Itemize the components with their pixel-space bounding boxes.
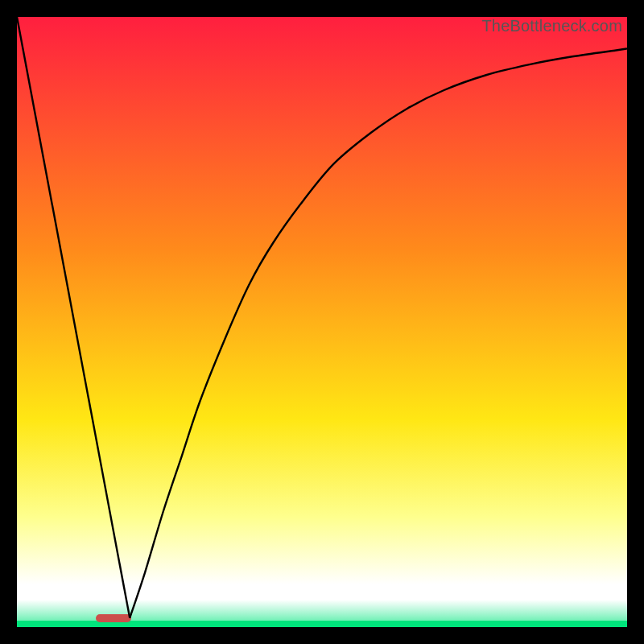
curve-right: [130, 48, 627, 617]
outer-frame: TheBottleneck.com: [0, 0, 644, 644]
curve-svg: [17, 17, 627, 627]
curve-left-line: [17, 17, 130, 618]
plot-area: TheBottleneck.com: [17, 17, 627, 627]
watermark-text: TheBottleneck.com: [481, 17, 622, 35]
